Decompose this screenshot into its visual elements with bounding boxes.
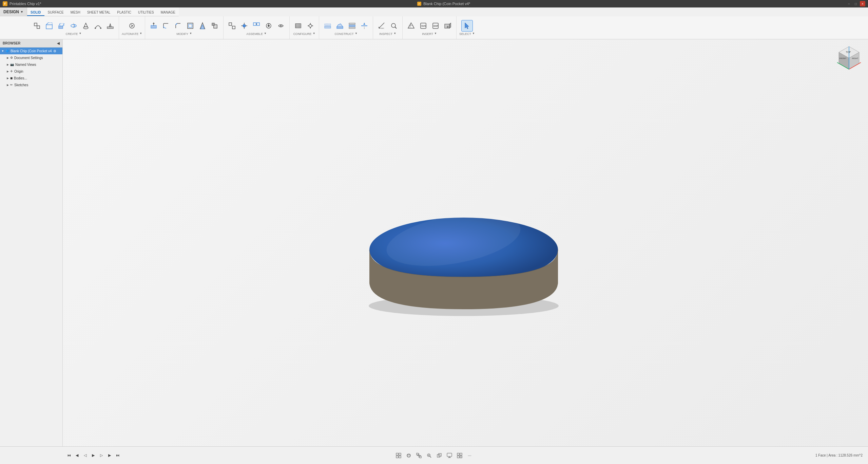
- press-pull-button[interactable]: [148, 20, 159, 32]
- svg-rect-55: [337, 27, 343, 29]
- play-back-button[interactable]: ◁: [82, 452, 89, 459]
- browser-item-sketches[interactable]: ▶ ✏ Sketches: [0, 81, 62, 88]
- select-button[interactable]: [461, 20, 473, 32]
- browser-collapse-icon[interactable]: ◀: [57, 41, 60, 45]
- draft-button[interactable]: [197, 20, 208, 32]
- sweep-button[interactable]: [92, 20, 104, 32]
- select-dropdown-arrow[interactable]: ▼: [472, 32, 475, 35]
- automate-label: AUTOMATE: [122, 32, 138, 36]
- viewport-settings-button[interactable]: [456, 451, 464, 460]
- through-plane-button[interactable]: [359, 20, 370, 32]
- svg-rect-7: [59, 26, 63, 29]
- insert-dxf-button[interactable]: DXF: [430, 20, 441, 32]
- tab-mesh[interactable]: MESH: [67, 9, 84, 16]
- zoom-window-button[interactable]: [425, 451, 433, 460]
- browser-item-origin[interactable]: ▶ ✛ Origin: [0, 68, 62, 75]
- revolve-button[interactable]: [68, 20, 79, 32]
- root-settings-icon[interactable]: ⚙: [53, 49, 56, 53]
- viewport[interactable]: TOP RIGHT FRONT: [63, 39, 868, 446]
- configure-btn1[interactable]: [292, 20, 304, 32]
- new-component3-button[interactable]: [226, 20, 238, 32]
- select-label-row[interactable]: SELECT ▼: [459, 32, 475, 36]
- insert-dropdown-arrow[interactable]: ▼: [434, 32, 437, 35]
- rib-button[interactable]: [104, 20, 116, 32]
- orbit-button[interactable]: [405, 451, 413, 460]
- svg-point-102: [407, 455, 410, 456]
- configure-label-row[interactable]: CONFIGURE ▼: [293, 32, 315, 36]
- inspect-btn2[interactable]: [388, 20, 400, 32]
- loft-button[interactable]: [80, 20, 92, 32]
- svg-rect-40: [257, 23, 259, 25]
- midplane-button[interactable]: [346, 20, 358, 32]
- insert-svg-button[interactable]: SVG: [418, 20, 429, 32]
- prev-key-button[interactable]: ⏮: [65, 452, 72, 459]
- construct-label-row[interactable]: CONSTRUCT ▼: [334, 32, 357, 36]
- fillet-button[interactable]: [160, 20, 172, 32]
- sketch-button[interactable]: [43, 20, 55, 32]
- display-settings-button[interactable]: [445, 451, 454, 460]
- rigid-group-button[interactable]: [251, 20, 262, 32]
- motion-link-button[interactable]: [275, 20, 287, 32]
- view-cube-button[interactable]: [435, 451, 443, 460]
- scale-button[interactable]: [209, 20, 220, 32]
- automate-dropdown-arrow[interactable]: ▼: [139, 32, 142, 35]
- tab-manage[interactable]: MANAGE: [157, 9, 179, 16]
- automate-label-row[interactable]: AUTOMATE ▼: [122, 32, 142, 36]
- chamfer-button[interactable]: [172, 20, 184, 32]
- assemble-dropdown-arrow[interactable]: ▼: [264, 32, 267, 35]
- extrude-button[interactable]: [56, 20, 67, 32]
- close-button[interactable]: ×: [860, 1, 865, 6]
- insert-mcad-button[interactable]: [442, 20, 454, 32]
- svg-point-101: [407, 454, 410, 457]
- tab-surface[interactable]: SURFACE: [44, 9, 67, 16]
- insert-mesh-button[interactable]: [405, 20, 417, 32]
- minimize-button[interactable]: −: [846, 1, 852, 6]
- maximize-button[interactable]: □: [853, 1, 859, 6]
- tab-plastic[interactable]: PLASTIC: [114, 9, 135, 16]
- grid-display-button[interactable]: [394, 451, 403, 460]
- toolbar-inspect-section: mm INSPECT ▼: [373, 16, 403, 39]
- new-component-button[interactable]: [31, 20, 43, 32]
- drive-joints-button[interactable]: [263, 20, 274, 32]
- insert-label-row[interactable]: INSERT ▼: [422, 32, 437, 36]
- zoom-fit-button[interactable]: [415, 451, 423, 460]
- prev-frame-button[interactable]: ◀: [74, 452, 80, 459]
- next-key-button[interactable]: ⏭: [114, 452, 121, 459]
- status-bar: ⏮ ◀ ◁ ▶ ▷ ▶ ⏭ ··· 1 Face | Ar: [0, 446, 868, 464]
- play-forward-button[interactable]: ▷: [98, 452, 105, 459]
- svg-rect-99: [396, 456, 398, 458]
- construct-dropdown-arrow[interactable]: ▼: [355, 32, 358, 35]
- play-button[interactable]: ▶: [90, 452, 97, 459]
- joint-button[interactable]: [238, 20, 250, 32]
- browser-item-doc-settings[interactable]: ▶ ⚙ Document Settings: [0, 54, 62, 61]
- browser-item-root[interactable]: ▼ 🔷 Blank Chip (Coin Pocket v4 ⚙: [0, 48, 62, 54]
- automate-button[interactable]: [126, 20, 138, 32]
- inspect-dropdown-arrow[interactable]: ▼: [393, 32, 396, 35]
- shell-button[interactable]: [185, 20, 196, 32]
- assemble-label-row[interactable]: ASSEMBLE ▼: [246, 32, 266, 36]
- animation-controls: ⏮ ◀ ◁ ▶ ▷ ▶ ⏭: [63, 446, 131, 464]
- toolbar-construct-section: CONSTRUCT ▼: [319, 16, 373, 39]
- svg-line-4: [46, 23, 48, 25]
- next-frame-button[interactable]: ▶: [106, 452, 113, 459]
- offset-plane-button[interactable]: [322, 20, 333, 32]
- svg-marker-22: [153, 22, 155, 24]
- browser-item-bodies[interactable]: ▶ ◼ Bodies...: [0, 75, 62, 81]
- tab-sheet-metal[interactable]: SHEET METAL: [84, 9, 114, 16]
- modify-label-row[interactable]: MODIFY ▼: [176, 32, 192, 36]
- configure-dropdown-arrow[interactable]: ▼: [313, 32, 315, 35]
- nav-cube[interactable]: TOP RIGHT FRONT: [835, 45, 863, 72]
- svg-rect-0: [34, 23, 37, 26]
- design-dropdown[interactable]: DESIGN ▼: [0, 7, 27, 16]
- tab-solid[interactable]: SOLID: [27, 9, 44, 16]
- modify-dropdown-arrow[interactable]: ▼: [189, 32, 192, 35]
- configure-btn2[interactable]: [305, 20, 316, 32]
- tab-utilities[interactable]: UTILITIES: [135, 9, 157, 16]
- angle-plane-button[interactable]: [334, 20, 346, 32]
- inspect-label-row[interactable]: INSPECT ▼: [379, 32, 396, 36]
- create-label-row[interactable]: CREATE ▼: [66, 32, 82, 36]
- measure-button[interactable]: mm: [376, 20, 387, 32]
- more-options-button[interactable]: ···: [466, 451, 474, 460]
- create-dropdown-arrow[interactable]: ▼: [79, 32, 81, 35]
- browser-item-named-views[interactable]: ▶ 📷 Named Views: [0, 61, 62, 68]
